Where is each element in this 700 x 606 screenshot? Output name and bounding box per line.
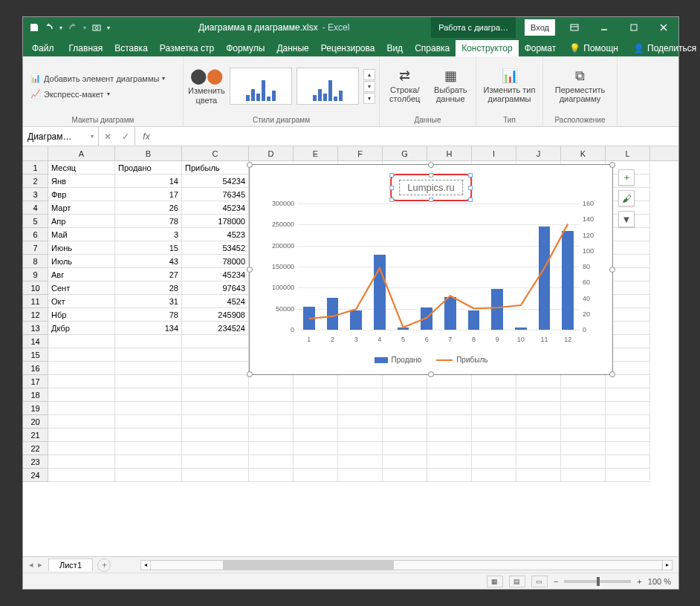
- row-header-21[interactable]: 21: [23, 429, 48, 442]
- login-button[interactable]: Вход: [525, 19, 555, 36]
- cell-C24[interactable]: [182, 469, 249, 482]
- row-header-20[interactable]: 20: [23, 415, 48, 429]
- cell-H24[interactable]: [427, 469, 472, 482]
- row-header-10[interactable]: 10: [23, 281, 48, 295]
- tab-insert[interactable]: Вставка: [108, 40, 154, 56]
- zoom-level[interactable]: 100 %: [648, 577, 671, 586]
- cell-B4[interactable]: 26: [115, 201, 182, 215]
- cell-A22[interactable]: [48, 442, 115, 455]
- select-all-corner[interactable]: [23, 146, 48, 161]
- chart-object[interactable]: ＋ 🖌 ▼ Lumpics.ru 05000010000015000020000…: [249, 164, 613, 375]
- cell-L20[interactable]: [606, 415, 650, 429]
- cell-A5[interactable]: Апр: [48, 215, 115, 228]
- resize-handle-w[interactable]: [247, 267, 253, 273]
- cell-B10[interactable]: 28: [115, 281, 182, 295]
- col-header-H[interactable]: H: [427, 146, 472, 160]
- close-button[interactable]: [649, 17, 678, 38]
- cell-A1[interactable]: Месяц: [48, 161, 115, 175]
- cell-E20[interactable]: [294, 415, 338, 429]
- cell-K18[interactable]: [561, 388, 606, 402]
- view-page-break-icon[interactable]: ▭: [531, 576, 548, 587]
- cell-B8[interactable]: 43: [115, 255, 182, 268]
- cell-G24[interactable]: [383, 469, 427, 482]
- cell-J18[interactable]: [516, 388, 561, 402]
- cell-L22[interactable]: [606, 442, 650, 455]
- cell-G19[interactable]: [383, 402, 427, 415]
- cell-J19[interactable]: [516, 402, 561, 415]
- switch-row-col-button[interactable]: ⇄Строка/ столбец: [384, 68, 426, 104]
- cell-L21[interactable]: [606, 429, 650, 442]
- move-chart-button[interactable]: ⧉Переместить диаграмму: [548, 68, 612, 104]
- cell-D22[interactable]: [249, 442, 294, 455]
- zoom-thumb[interactable]: [597, 577, 600, 586]
- cell-B14[interactable]: [115, 335, 182, 348]
- cell-I19[interactable]: [472, 402, 516, 415]
- cell-A11[interactable]: Окт: [48, 295, 115, 308]
- row-header-1[interactable]: 1: [23, 161, 48, 175]
- cell-B5[interactable]: 78: [115, 215, 182, 228]
- tab-home[interactable]: Главная: [63, 40, 109, 56]
- zoom-out-button[interactable]: −: [554, 577, 558, 586]
- col-header-L[interactable]: L: [606, 146, 650, 160]
- cell-C13[interactable]: 234524: [182, 322, 249, 335]
- cell-H18[interactable]: [427, 388, 472, 402]
- chart-elements-button[interactable]: ＋: [618, 169, 635, 186]
- maximize-button[interactable]: [619, 17, 649, 38]
- row-header-13[interactable]: 13: [23, 322, 48, 335]
- cell-C3[interactable]: 76345: [182, 188, 249, 201]
- cell-F24[interactable]: [338, 469, 383, 482]
- cell-F18[interactable]: [338, 388, 383, 402]
- row-header-9[interactable]: 9: [23, 268, 48, 281]
- cell-A21[interactable]: [48, 429, 115, 442]
- row-header-19[interactable]: 19: [23, 402, 48, 415]
- row-header-7[interactable]: 7: [23, 241, 48, 255]
- change-chart-type-button[interactable]: 📊Изменить тип диаграммы: [481, 68, 538, 104]
- cell-I17[interactable]: [472, 375, 516, 388]
- cell-F22[interactable]: [338, 442, 383, 455]
- chart-styles-button[interactable]: 🖌: [618, 190, 635, 206]
- cell-K24[interactable]: [561, 469, 606, 482]
- cell-B13[interactable]: 134: [115, 322, 182, 335]
- tab-review[interactable]: Рецензирова: [315, 40, 381, 56]
- cell-B6[interactable]: 3: [115, 228, 182, 241]
- cell-E19[interactable]: [294, 402, 338, 415]
- cell-E21[interactable]: [294, 429, 338, 442]
- chart-title[interactable]: Lumpics.ru: [399, 180, 463, 195]
- legend-item-bars[interactable]: Продано: [375, 356, 422, 364]
- col-header-K[interactable]: K: [561, 146, 606, 160]
- cell-H22[interactable]: [427, 442, 472, 455]
- row-header-16[interactable]: 16: [23, 362, 48, 375]
- col-header-D[interactable]: D: [249, 146, 294, 160]
- cell-G20[interactable]: [383, 415, 427, 429]
- redo-icon[interactable]: [66, 21, 80, 34]
- cell-C10[interactable]: 97643: [182, 281, 249, 295]
- cell-A3[interactable]: Фвр: [48, 188, 115, 201]
- fx-icon[interactable]: fx: [135, 127, 158, 146]
- resize-handle-e[interactable]: [609, 267, 615, 273]
- cell-L19[interactable]: [606, 402, 650, 415]
- cell-C11[interactable]: 4524: [182, 295, 249, 308]
- cell-C5[interactable]: 178000: [182, 215, 249, 228]
- horizontal-scrollbar[interactable]: ◂ ▸: [140, 560, 673, 570]
- undo-icon[interactable]: [42, 21, 56, 34]
- cell-J23[interactable]: [516, 455, 561, 469]
- col-header-B[interactable]: B: [115, 146, 182, 160]
- cell-K17[interactable]: [561, 375, 606, 388]
- row-header-15[interactable]: 15: [23, 348, 48, 362]
- undo-dropdown-icon[interactable]: ▾: [57, 21, 65, 34]
- cell-C7[interactable]: 53452: [182, 241, 249, 255]
- hscroll-thumb[interactable]: [223, 561, 394, 570]
- tab-page-layout[interactable]: Разметка стр: [154, 40, 220, 56]
- chart-filters-button[interactable]: ▼: [618, 211, 635, 227]
- gallery-more-icon[interactable]: ▾: [363, 93, 375, 104]
- cell-A18[interactable]: [48, 388, 115, 402]
- cell-B12[interactable]: 78: [115, 308, 182, 322]
- tab-data[interactable]: Данные: [270, 40, 314, 56]
- cell-A13[interactable]: Дкбр: [48, 322, 115, 335]
- cell-A20[interactable]: [48, 415, 115, 429]
- resize-handle-n[interactable]: [428, 162, 434, 168]
- resize-handle-ne[interactable]: [609, 162, 615, 168]
- sheet-nav-prev-icon[interactable]: ◂: [29, 560, 33, 570]
- cell-H20[interactable]: [427, 415, 472, 429]
- cell-B24[interactable]: [115, 469, 182, 482]
